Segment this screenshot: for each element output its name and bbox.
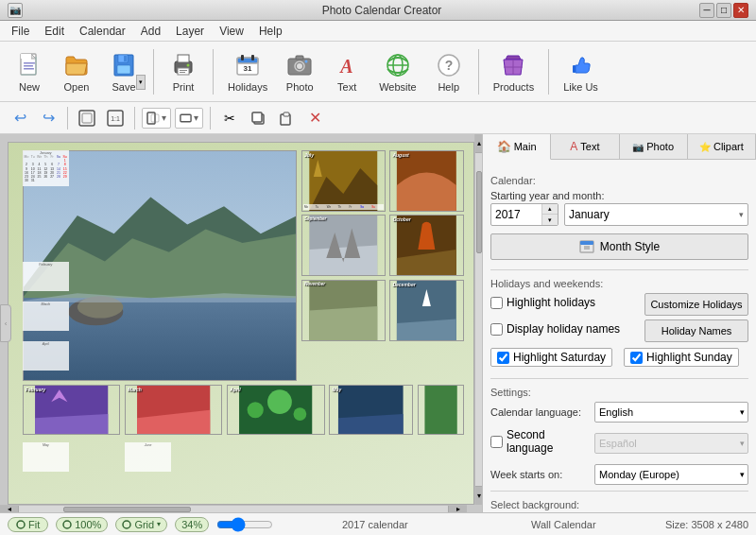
highlight-sunday-checkbox[interactable] xyxy=(630,352,643,364)
second-language-checkbox-row[interactable]: Second language xyxy=(490,428,594,455)
year-input-wrapper: 2017 ▴ ▾ xyxy=(490,203,558,226)
website-button[interactable]: Website xyxy=(372,46,423,97)
grid-dropdown-arrow: ▾ xyxy=(157,520,161,528)
holidays-button[interactable]: 31 Holidays xyxy=(221,46,274,97)
calendar-section-label: Calendar: xyxy=(490,175,748,186)
highlight-holidays-row[interactable]: Highlight holidays xyxy=(490,296,639,309)
products-icon xyxy=(498,51,528,79)
main-content: ‹ xyxy=(0,134,756,512)
tab-clipart[interactable]: ⭐ Clipart xyxy=(688,134,756,159)
tab-text[interactable]: A Text xyxy=(551,134,619,159)
week-starts-select-wrapper[interactable]: Monday (Europe) ▾ xyxy=(594,464,748,485)
products-button[interactable]: Products xyxy=(487,46,541,97)
orientation-dropdown[interactable]: ▾ xyxy=(175,108,203,129)
calendar-name: 2017 calendar xyxy=(342,519,408,530)
highlight-saturday-checkbox[interactable] xyxy=(497,352,509,364)
maximize-button[interactable]: □ xyxy=(716,3,731,18)
calendar-language-select[interactable]: English xyxy=(594,402,748,423)
svg-point-59 xyxy=(267,389,292,414)
layout-dropdown[interactable]: ▾ xyxy=(142,108,171,129)
help-label: Help xyxy=(438,81,459,93)
divider-1 xyxy=(490,269,748,270)
year-up-button[interactable]: ▴ xyxy=(542,204,558,215)
second-language-select[interactable]: Español xyxy=(594,433,748,454)
menu-edit[interactable]: Edit xyxy=(37,23,72,40)
grid-button[interactable]: Grid ▾ xyxy=(115,517,167,532)
divider-2 xyxy=(490,378,748,379)
zoom-slider[interactable] xyxy=(216,517,273,532)
month-select[interactable]: January ▾ xyxy=(564,203,748,226)
fit-button[interactable]: Fit xyxy=(8,517,48,532)
toolbar-sep-3 xyxy=(478,49,479,95)
customize-holidays-button[interactable]: Customize Holidays xyxy=(644,293,748,316)
like-label: Like Us xyxy=(563,81,598,93)
grid-icon xyxy=(122,520,131,529)
svg-point-14 xyxy=(187,63,190,66)
photo-button[interactable]: Photo xyxy=(278,46,321,97)
week-starts-select[interactable]: Monday (Europe) xyxy=(594,464,748,485)
zoom-actual-button[interactable]: 1:1 xyxy=(103,106,128,130)
right-panel-content: Calendar: Starting year and month: 2017 … xyxy=(483,160,756,512)
highlight-weekend-row: Highlight Saturday Highlight Sunday xyxy=(490,348,748,371)
like-button[interactable]: Like Us xyxy=(557,46,605,97)
photo-label: Photo xyxy=(286,81,314,93)
highlight-holidays-checkbox[interactable] xyxy=(490,297,503,309)
menu-view[interactable]: View xyxy=(212,23,251,40)
status-left-text: 2017 calendar xyxy=(288,519,461,530)
toolbar-sep-4 xyxy=(548,49,549,95)
minimize-button[interactable]: ─ xyxy=(699,3,714,18)
side-handle[interactable]: ‹ xyxy=(0,304,11,342)
toolbar-sep-2 xyxy=(213,49,214,95)
divider-3 xyxy=(490,491,748,492)
print-button[interactable]: Print xyxy=(162,46,205,97)
svg-rect-1 xyxy=(21,54,31,59)
year-month-row: 2017 ▴ ▾ January ▾ xyxy=(490,203,748,226)
zoom-100-button[interactable]: 100% xyxy=(56,517,108,532)
calendar-canvas[interactable]: July MoTuWeThFrSaSu August September xyxy=(8,142,474,505)
highlight-saturday-row[interactable]: Highlight Saturday xyxy=(490,348,612,367)
holiday-names-button[interactable]: Holiday Names xyxy=(644,319,748,342)
menu-layer[interactable]: Layer xyxy=(168,23,212,40)
second-language-checkbox[interactable] xyxy=(490,436,503,448)
horizontal-scrollbar[interactable]: ◂ ▸ xyxy=(0,505,467,512)
tb2-sep-3 xyxy=(210,107,211,129)
status-bar: Fit 100% Grid ▾ 34% 2017 calendar Wall C… xyxy=(0,512,756,535)
paste-button[interactable] xyxy=(274,106,299,130)
help-button[interactable]: ? Help xyxy=(427,46,471,97)
tab-photo[interactable]: 📷 Photo xyxy=(620,134,688,159)
tab-main[interactable]: 🏠 Main xyxy=(483,134,551,160)
display-holiday-names-row[interactable]: Display holiday names xyxy=(490,322,639,336)
svg-point-67 xyxy=(17,521,25,528)
print-label: Print xyxy=(173,81,195,93)
save-dropdown-arrow[interactable]: ▾ xyxy=(136,75,146,90)
new-button[interactable]: New xyxy=(8,46,51,97)
menu-add[interactable]: Add xyxy=(133,23,168,40)
status-left: Fit 100% Grid ▾ 34% xyxy=(8,517,273,532)
open-button[interactable]: Open xyxy=(55,46,98,97)
text-label: Text xyxy=(337,81,356,93)
vertical-scrollbar[interactable]: ▴ ▾ xyxy=(474,134,482,505)
year-down-button[interactable]: ▾ xyxy=(542,215,558,225)
redo-button[interactable]: ↪ xyxy=(36,106,60,130)
zoom-fit-button[interactable] xyxy=(75,106,99,130)
year-spinners: ▴ ▾ xyxy=(541,204,558,225)
cut-button[interactable]: ✂ xyxy=(217,106,242,130)
menu-help[interactable]: Help xyxy=(251,23,290,40)
menu-file[interactable]: File xyxy=(4,23,37,40)
month-style-button[interactable]: Month Style xyxy=(490,233,748,260)
highlight-sunday-row[interactable]: Highlight Sunday xyxy=(624,348,739,367)
website-label: Website xyxy=(379,81,417,93)
secondary-toolbar: ↩ ↪ 1:1 ▾ ▾ ✂ ✕ xyxy=(0,102,756,134)
svg-rect-34 xyxy=(79,111,94,126)
copy-button[interactable] xyxy=(246,106,270,130)
calendar-language-select-wrapper[interactable]: English ▾ xyxy=(594,402,748,423)
app-icon[interactable]: 📷 xyxy=(8,3,23,18)
display-holiday-names-checkbox[interactable] xyxy=(490,323,503,336)
menu-calendar[interactable]: Calendar xyxy=(72,23,133,40)
delete-button[interactable]: ✕ xyxy=(302,106,327,130)
svg-rect-12 xyxy=(180,70,187,71)
undo-button[interactable]: ↩ xyxy=(8,106,32,130)
text-button[interactable]: A Text xyxy=(325,46,369,97)
close-button[interactable]: ✕ xyxy=(733,3,748,18)
svg-rect-23 xyxy=(296,56,303,60)
